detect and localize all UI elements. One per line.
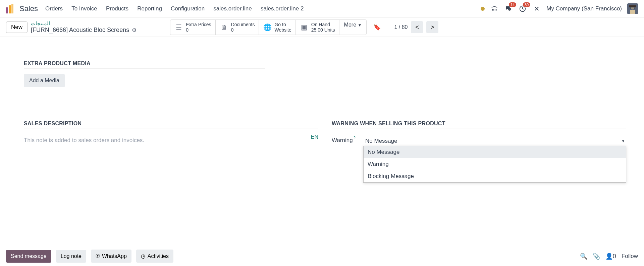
stat-extra-prices[interactable]: ☰ Extra Prices0	[170, 20, 215, 35]
stat-value: Website	[274, 27, 291, 33]
help-icon[interactable]: ?	[354, 136, 356, 140]
stat-value: 0	[231, 27, 255, 33]
nav-salesorderline2[interactable]: sales.order.line 2	[261, 5, 304, 12]
messages-badge: 14	[509, 2, 516, 7]
stat-documents[interactable]: 🗎 Documents0	[216, 20, 259, 35]
section-sales-desc-title: SALES DESCRIPTION	[24, 121, 318, 127]
stat-on-hand[interactable]: ▣ On Hand25.00 Units	[296, 20, 339, 35]
nav-orders[interactable]: Orders	[45, 5, 63, 12]
breadcrumb-parent[interactable]: المنتجات	[31, 20, 137, 27]
warning-option-blocking[interactable]: Blocking Message	[364, 170, 626, 182]
warning-select-value: No Message	[365, 138, 397, 144]
app-name[interactable]: Sales	[19, 4, 38, 13]
activities-clock-icon[interactable]: 30	[518, 4, 527, 13]
svg-rect-8	[629, 5, 636, 7]
breadcrumb: المنتجات [FURN_6666] Acoustic Bloc Scree…	[31, 20, 137, 34]
warning-field-label: Warning?	[332, 137, 360, 144]
calendar-icon[interactable]	[490, 4, 499, 13]
nav-salesorderline[interactable]: sales.order.line	[213, 5, 252, 12]
nav-reporting[interactable]: Reporting	[137, 5, 162, 12]
sales-desc-input[interactable]: This note is added to sales orders and i…	[24, 134, 318, 144]
boxes-icon: ▣	[300, 23, 309, 31]
nav-configuration[interactable]: Configuration	[171, 5, 205, 12]
warning-select[interactable]: No Message ▾	[363, 137, 626, 145]
stat-goto-website[interactable]: 🌐 Go toWebsite	[259, 20, 296, 35]
page-title: [FURN_6666] Acoustic Bloc Screens	[31, 27, 129, 34]
caret-down-icon: ▾	[622, 139, 624, 143]
section-warning-title: WARNING WHEN SELLING THIS PRODUCT	[332, 121, 626, 127]
warning-dropdown: No Message Warning Blocking Message	[363, 146, 626, 183]
stat-value: 0	[186, 27, 211, 33]
svg-rect-7	[630, 10, 635, 14]
gear-icon[interactable]: ⚙	[132, 27, 137, 33]
stat-label: Extra Prices	[186, 22, 211, 27]
caret-down-icon: ▼	[358, 23, 362, 28]
warning-option-warning[interactable]: Warning	[364, 158, 626, 170]
app-logo-icon[interactable]	[6, 4, 15, 13]
warning-option-no-message[interactable]: No Message	[364, 146, 626, 158]
add-media-button[interactable]: Add a Media	[24, 74, 65, 87]
section-extra-media-title: EXTRA PRODUCT MEDIA	[24, 60, 626, 66]
list-icon: ☰	[174, 23, 183, 31]
document-icon: 🗎	[220, 24, 228, 31]
stat-label: On Hand	[311, 22, 335, 27]
stat-more[interactable]: More ▼	[339, 20, 367, 35]
stat-value: 25.00 Units	[311, 27, 335, 33]
nav-products[interactable]: Products	[106, 5, 128, 12]
stat-label: Documents	[231, 22, 255, 27]
nav-to-invoice[interactable]: To Invoice	[71, 5, 97, 12]
bookmark-icon[interactable]: 🔖	[373, 24, 381, 31]
stat-label: Go to	[274, 22, 291, 27]
pager-next-button[interactable]: >	[426, 21, 438, 33]
globe-icon: 🌐	[263, 23, 272, 31]
pager-prev-button[interactable]: <	[411, 21, 423, 33]
pager-text[interactable]: 1 / 80	[394, 24, 408, 30]
company-name[interactable]: My Company (San Francisco)	[546, 5, 622, 12]
messages-icon[interactable]: 14	[504, 4, 513, 13]
main-nav: Orders To Invoice Products Reporting Con…	[45, 5, 311, 12]
activities-badge: 30	[523, 2, 530, 7]
avatar[interactable]	[627, 3, 638, 14]
tools-icon[interactable]: ✕	[532, 4, 541, 13]
new-button[interactable]: New	[6, 21, 28, 33]
lang-toggle[interactable]: EN	[311, 134, 318, 140]
status-dot-icon	[481, 7, 485, 11]
